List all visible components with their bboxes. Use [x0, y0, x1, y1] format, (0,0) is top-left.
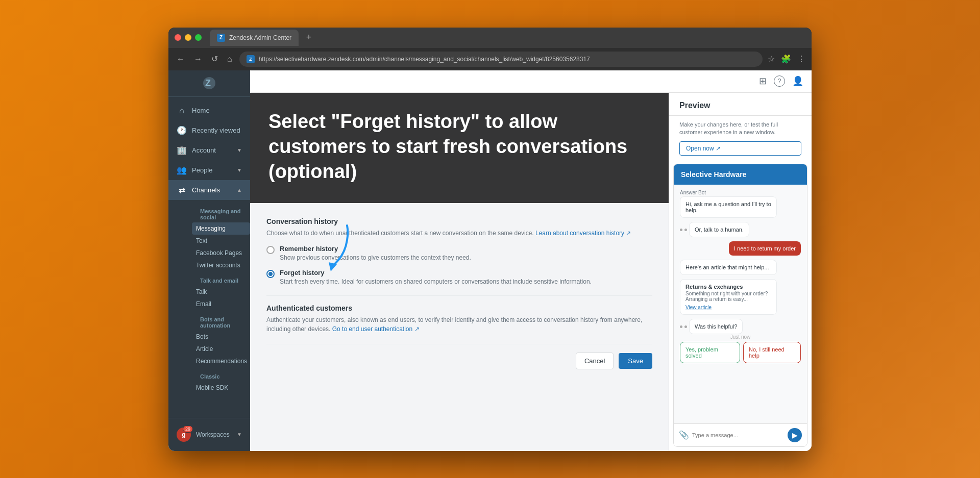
sidebar-item-account[interactable]: 🏢 Account ▼: [168, 140, 250, 160]
forward-button[interactable]: →: [192, 54, 204, 65]
chat-widget-header: Selective Hardware: [674, 164, 807, 185]
chat-bubble-intro: Hi, ask me a question and I'll try to he…: [680, 196, 777, 218]
people-chevron-icon: ▼: [237, 167, 242, 173]
chat-option-row: Or, talk to a human.: [680, 222, 801, 237]
help-icon[interactable]: ?: [774, 76, 785, 87]
save-button[interactable]: Save: [619, 353, 652, 369]
user-chat-bubble: I need to return my order: [729, 241, 801, 256]
channels-icon: ⇄: [177, 185, 187, 195]
sidebar-account-label: Account: [192, 146, 216, 154]
yes-helpful-button[interactable]: Yes, problem solved: [680, 342, 740, 363]
refresh-button[interactable]: ↺: [209, 53, 220, 65]
mobile-sdk-label: Mobile SDK: [196, 384, 246, 391]
address-bar: ← → ↺ ⌂ Z https://selectivehardware.zend…: [168, 48, 812, 70]
sidebar-item-facebook-pages[interactable]: Facebook Pages: [192, 247, 250, 259]
content-wrapper: Select "Forget history" to allow custome…: [250, 93, 669, 451]
no-helpful-button[interactable]: No, I still need help: [743, 342, 801, 363]
chat-bubble-response: Here's an article that might help...: [680, 260, 777, 275]
extensions-icon[interactable]: 🧩: [781, 54, 791, 64]
sidebar-channels-label: Channels: [192, 186, 220, 194]
fullscreen-button[interactable]: [195, 34, 202, 41]
channels-submenu: Messaging and social Messaging Text Face…: [168, 200, 250, 396]
auth-section-title: Authenticated customers: [266, 304, 652, 312]
sidebar-item-text[interactable]: Text: [192, 235, 250, 247]
dot-1: [680, 229, 682, 231]
chat-input-field[interactable]: [692, 432, 785, 438]
workspaces-label: Workspaces: [196, 431, 230, 438]
sidebar-item-people[interactable]: 👥 People ▼: [168, 160, 250, 180]
sidebar-bottom: g 29 Workspaces ▼: [168, 418, 250, 451]
tab-title: Zendesk Admin Center: [229, 34, 291, 41]
sidebar-people-label: People: [192, 166, 212, 174]
sidebar-item-home[interactable]: ⌂ Home: [168, 101, 250, 120]
title-bar: Z Zendesk Admin Center +: [168, 28, 812, 48]
address-input[interactable]: Z https://selectivehardware.zendesk.com/…: [239, 52, 763, 67]
bots-automation-section-label: Bots and automation: [192, 310, 250, 331]
back-button[interactable]: ←: [175, 54, 187, 65]
view-article-link[interactable]: View article: [685, 305, 712, 310]
sidebar-item-recommendations[interactable]: Recommendations: [192, 355, 250, 367]
browser-window: Z Zendesk Admin Center + ← → ↺ ⌂ Z https…: [168, 28, 812, 451]
helpful-dot-2: [684, 325, 687, 328]
traffic-lights: [175, 34, 202, 41]
message-timestamp: Just now: [680, 334, 801, 340]
preview-open-button[interactable]: Open now ↗: [679, 141, 801, 156]
url-text: https://selectivehardware.zendesk.com/ad…: [259, 56, 755, 63]
radio-selected-dot: [268, 272, 273, 276]
tab-area: Z Zendesk Admin Center +: [210, 30, 805, 46]
messaging-label: Messaging: [196, 225, 246, 232]
active-tab[interactable]: Z Zendesk Admin Center: [210, 30, 299, 46]
article-label: Article: [196, 345, 246, 353]
minimize-button[interactable]: [185, 34, 191, 41]
auth-section-desc: Authenticate your customers, also known …: [266, 315, 652, 334]
overlay-text: Select "Forget history" to allow custome…: [268, 111, 627, 183]
attach-icon[interactable]: 📎: [679, 430, 689, 440]
auth-link[interactable]: Go to end user authentication ↗: [332, 325, 420, 333]
remember-history-radio[interactable]: [266, 246, 275, 254]
sidebar-item-recently-viewed[interactable]: 🕐 Recently viewed: [168, 120, 250, 140]
classic-section-label: Classic: [192, 367, 250, 382]
authenticated-customers-section: Authenticated customers Authenticate you…: [266, 304, 652, 334]
bots-label: Bots: [196, 333, 246, 340]
send-button[interactable]: ▶: [788, 428, 802, 442]
sidebar-item-bots[interactable]: Bots: [192, 331, 250, 343]
helpful-dots-row: Was this helpful?: [680, 319, 801, 334]
sidebar: Z ⌂ Home 🕐 Recently viewed 🏢 Account ▼: [168, 70, 250, 451]
chat-bubble-option[interactable]: Or, talk to a human.: [689, 222, 749, 237]
sidebar-item-talk[interactable]: Talk: [192, 286, 250, 298]
sidebar-item-messaging[interactable]: Messaging: [192, 222, 250, 235]
grid-icon[interactable]: ⊞: [759, 76, 767, 87]
channels-chevron-icon: ▲: [237, 187, 242, 193]
article-desc: Something not right with your order? Arr…: [685, 291, 771, 302]
learn-history-link[interactable]: Learn about conversation history ↗: [535, 230, 631, 237]
menu-icon[interactable]: ⋮: [797, 54, 805, 64]
bot-name-label: Answer Bot: [680, 190, 801, 195]
sidebar-item-workspaces[interactable]: g 29 Workspaces ▼: [168, 423, 250, 446]
topbar: ⊞ ? 👤: [250, 70, 812, 93]
new-tab-button[interactable]: +: [302, 31, 316, 45]
tab-favicon: Z: [217, 34, 225, 42]
user-icon[interactable]: 👤: [792, 76, 803, 87]
helpful-section: Was this helpful? Just now Yes, problem …: [680, 319, 801, 363]
svg-text:Z: Z: [205, 78, 211, 88]
close-button[interactable]: [175, 34, 181, 41]
sidebar-item-twitter-accounts[interactable]: Twitter accounts: [192, 259, 250, 271]
helpful-dot-1: [680, 325, 682, 328]
forget-history-radio[interactable]: [266, 270, 275, 278]
browser-actions: ☆ 🧩 ⋮: [768, 54, 805, 64]
messaging-social-section-label: Messaging and social: [192, 202, 250, 222]
sidebar-item-mobile-sdk[interactable]: Mobile SDK: [192, 382, 250, 394]
article-card: Returns & exchanges Something not right …: [680, 279, 777, 315]
bookmark-icon[interactable]: ☆: [768, 54, 775, 64]
sidebar-recently-viewed-label: Recently viewed: [192, 127, 240, 134]
cancel-button[interactable]: Cancel: [576, 353, 614, 369]
sidebar-item-channels[interactable]: ⇄ Channels ▲: [168, 180, 250, 200]
avatar-badge: g 29: [177, 427, 191, 442]
sidebar-item-email[interactable]: Email: [192, 298, 250, 310]
home-button[interactable]: ⌂: [225, 54, 234, 65]
chat-messages: Answer Bot Hi, ask me a question and I'l…: [674, 185, 807, 423]
facebook-pages-label: Facebook Pages: [196, 249, 246, 257]
sidebar-item-article[interactable]: Article: [192, 343, 250, 355]
people-icon: 👥: [177, 165, 187, 175]
arrow-annotation: [306, 220, 368, 284]
